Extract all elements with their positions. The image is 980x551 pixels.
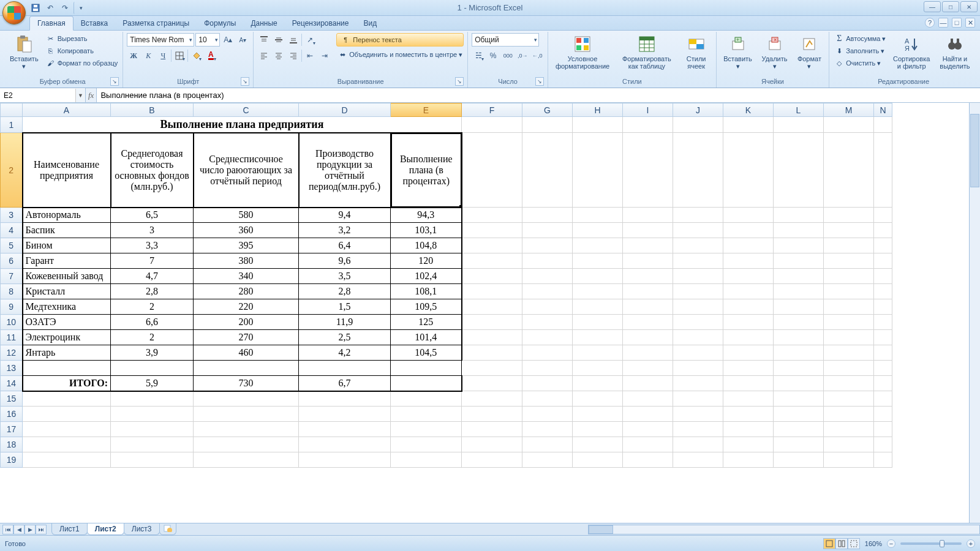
number-format-combo[interactable]: Общий	[472, 33, 539, 47]
cell[interactable]: 1,5	[299, 299, 391, 315]
maximize-button[interactable]: □	[942, 1, 959, 12]
cell[interactable]: 3	[111, 223, 194, 238]
cell[interactable]	[774, 345, 824, 361]
cell[interactable]	[874, 330, 892, 345]
col-header-D[interactable]: D	[299, 103, 391, 117]
cell[interactable]	[623, 299, 673, 315]
close-button[interactable]: ✕	[960, 1, 978, 12]
copy-button[interactable]: ⎘Копировать	[45, 45, 119, 56]
cell[interactable]	[623, 345, 673, 361]
ribbon-tab-home[interactable]: Главная	[29, 16, 74, 31]
view-page-break-button[interactable]	[848, 538, 860, 549]
cell[interactable]: 3,5	[299, 269, 391, 284]
decrease-decimal-button[interactable]: ←,0	[530, 49, 544, 62]
cell[interactable]	[723, 284, 774, 299]
cell[interactable]	[874, 407, 892, 422]
wrap-text-button[interactable]: ¶Перенос текста	[336, 33, 464, 47]
cell[interactable]	[522, 223, 573, 238]
cell[interactable]	[573, 407, 623, 422]
cell[interactable]	[774, 422, 824, 437]
cell[interactable]: 3,2	[299, 223, 391, 238]
cell[interactable]	[522, 284, 573, 299]
cell[interactable]	[874, 376, 892, 391]
row-header-9[interactable]: 9	[1, 299, 23, 315]
cell[interactable]: 104,5	[391, 345, 462, 361]
cell[interactable]	[573, 391, 623, 407]
cell[interactable]	[522, 361, 573, 376]
cell-name[interactable]: Гарант	[23, 253, 111, 269]
cell[interactable]	[824, 299, 874, 315]
cell[interactable]	[774, 437, 824, 452]
qat-save-icon[interactable]	[29, 2, 42, 14]
cell[interactable]	[194, 422, 299, 437]
cell-styles-button[interactable]: Стили ячеек	[680, 33, 712, 71]
cell[interactable]	[824, 315, 874, 330]
cell[interactable]: 460	[194, 345, 299, 361]
row-header-15[interactable]: 15	[1, 391, 23, 407]
cell[interactable]	[874, 117, 892, 133]
cell[interactable]: 104,8	[391, 238, 462, 253]
cell[interactable]	[522, 238, 573, 253]
cell[interactable]	[774, 117, 824, 133]
cell[interactable]	[824, 407, 874, 422]
borders-button[interactable]	[173, 49, 186, 62]
number-launcher[interactable]: ↘	[535, 77, 544, 86]
cell[interactable]: 2,5	[299, 330, 391, 345]
col-header-B[interactable]: B	[111, 103, 194, 117]
cell[interactable]	[623, 422, 673, 437]
cell[interactable]	[522, 452, 573, 468]
cell[interactable]	[194, 407, 299, 422]
row-header-5[interactable]: 5	[1, 238, 23, 253]
cell[interactable]	[623, 284, 673, 299]
cell[interactable]	[774, 391, 824, 407]
table-header[interactable]: Производство продукции за отчётный перио…	[299, 133, 391, 208]
minimize-button[interactable]: —	[924, 1, 941, 12]
cell[interactable]	[623, 208, 673, 223]
table-header[interactable]: Наимсенование предприятия	[23, 133, 111, 208]
horizontal-scrollbar[interactable]	[588, 525, 980, 534]
row-header-14[interactable]: 14	[1, 376, 23, 391]
cell[interactable]: 730	[194, 376, 299, 391]
cell[interactable]	[723, 299, 774, 315]
cell[interactable]	[623, 376, 673, 391]
sheet-nav-first[interactable]: ⏮	[2, 525, 13, 534]
cell[interactable]	[874, 345, 892, 361]
cell[interactable]: 108,1	[391, 284, 462, 299]
cell[interactable]	[824, 269, 874, 284]
cell[interactable]	[573, 117, 623, 133]
cell[interactable]	[462, 253, 522, 269]
align-middle-button[interactable]	[272, 33, 285, 47]
cell[interactable]	[673, 345, 723, 361]
cell[interactable]	[673, 315, 723, 330]
grow-font-button[interactable]: A▴	[221, 33, 235, 47]
cell[interactable]	[824, 391, 874, 407]
cell[interactable]	[774, 330, 824, 345]
cell[interactable]: 5,9	[111, 376, 194, 391]
cell[interactable]	[723, 391, 774, 407]
cell[interactable]	[723, 117, 774, 133]
align-center-button[interactable]	[272, 49, 285, 62]
cell-name[interactable]: Кристалл	[23, 284, 111, 299]
ribbon-tab-data[interactable]: Данные	[243, 17, 284, 30]
align-top-button[interactable]	[257, 33, 271, 47]
cell[interactable]	[824, 422, 874, 437]
cell[interactable]	[774, 299, 824, 315]
sort-filter-button[interactable]: АЯСортировка и фильтр	[889, 33, 933, 71]
cell[interactable]	[673, 253, 723, 269]
cell[interactable]	[391, 391, 462, 407]
cell[interactable]	[673, 407, 723, 422]
cell[interactable]	[573, 253, 623, 269]
cell[interactable]: 7	[111, 253, 194, 269]
row-header-3[interactable]: 3	[1, 208, 23, 223]
cell[interactable]	[723, 223, 774, 238]
cell[interactable]	[774, 133, 824, 208]
orientation-button[interactable]: ↗	[303, 33, 317, 47]
cell[interactable]	[522, 391, 573, 407]
align-left-button[interactable]	[257, 49, 271, 62]
format-cells-button[interactable]: Формат ▾	[794, 33, 826, 71]
cell[interactable]	[623, 133, 673, 208]
name-box-input[interactable]	[0, 91, 75, 100]
cell[interactable]: 2,8	[299, 284, 391, 299]
align-bottom-button[interactable]	[287, 33, 300, 47]
cell[interactable]	[299, 437, 391, 452]
